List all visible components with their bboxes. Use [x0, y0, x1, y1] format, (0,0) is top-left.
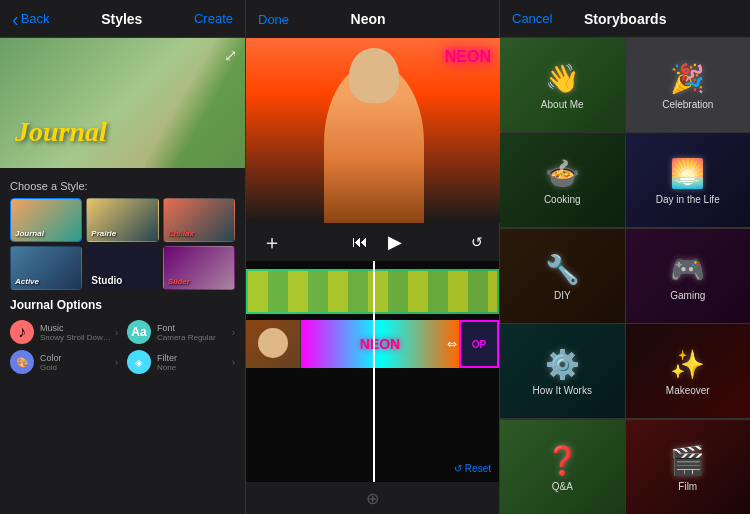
style-item-chillax[interactable]: Chillax [163, 198, 235, 242]
style-item-slider[interactable]: Slider [163, 246, 235, 290]
celebration-icon: 🎉 [670, 62, 705, 95]
options-title: Journal Options [10, 298, 235, 312]
font-chevron-icon: › [232, 327, 235, 338]
storyboard-item-celebration[interactable]: 🎉 Celebration [626, 38, 751, 132]
storyboard-item-diy[interactable]: 🔧 DIY [500, 229, 625, 323]
playhead [373, 261, 375, 482]
option-font-value: Camera Regular [157, 333, 230, 342]
clip-expand-handle[interactable]: ⇔ [447, 337, 457, 351]
middle-panel: Done Neon NEON ＋ ⏮ ▶ ↺ NEON [245, 0, 500, 514]
option-color-details: Color Gold [40, 353, 113, 372]
style-label-prairie: Prairie [91, 229, 116, 238]
option-row-2: 🎨 Color Gold › ◈ Filter None › [10, 350, 235, 374]
color-icon: 🎨 [10, 350, 34, 374]
video-preview: NEON [246, 38, 501, 223]
style-label-studio: Studio [91, 275, 122, 286]
option-filter[interactable]: ◈ Filter None › [127, 350, 235, 374]
right-panel: Cancel Storyboards 👋 About Me 🎉 Celebrat… [500, 0, 750, 514]
option-row-1: ♪ Music Snowy Stroll Down... › Aa Font C… [10, 320, 235, 344]
qa-icon: ❓ [545, 444, 580, 477]
option-font[interactable]: Aa Font Camera Regular › [127, 320, 235, 344]
film-icon: 🎬 [670, 444, 705, 477]
preview-expand-icon[interactable]: ⤢ [224, 46, 237, 65]
style-label-active: Active [15, 277, 39, 286]
storyboard-item-qa[interactable]: ❓ Q&A [500, 420, 625, 514]
storyboard-item-cooking[interactable]: 🍲 Cooking [500, 133, 625, 227]
left-panel: Back Styles Create Journal ⤢ Choose a St… [0, 0, 245, 514]
qa-label: Q&A [552, 481, 573, 492]
play-button[interactable]: ▶ [388, 231, 402, 253]
options-section: Journal Options ♪ Music Snowy Stroll Dow… [10, 298, 235, 374]
undo-button[interactable]: ↺ [471, 234, 483, 250]
add-clip-button[interactable]: ＋ [262, 229, 282, 256]
style-grid: Journal Prairie Chillax Active Studio Sl… [10, 198, 235, 290]
option-font-details: Font Camera Regular [157, 323, 230, 342]
neon-title: Neon [351, 11, 386, 27]
music-chevron-icon: › [115, 327, 118, 338]
done-button[interactable]: Done [258, 12, 289, 27]
op-text: OP [472, 339, 486, 350]
skip-back-button[interactable]: ⏮ [352, 233, 368, 251]
style-item-prairie[interactable]: Prairie [86, 198, 158, 242]
option-color-name: Color [40, 353, 113, 363]
storyboard-item-makeover[interactable]: ✨ Makeover [626, 324, 751, 418]
style-label-slider: Slider [168, 277, 190, 286]
left-body: Choose a Style: Journal Prairie Chillax … [0, 168, 245, 514]
person-head [349, 48, 399, 103]
how-it-works-label: How It Works [533, 385, 592, 396]
create-button[interactable]: Create [194, 11, 233, 26]
color-chevron-icon: › [115, 357, 118, 368]
how-it-works-icon: ⚙️ [545, 348, 580, 381]
storyboard-item-film[interactable]: 🎬 Film [626, 420, 751, 514]
storyboard-item-how-it-works[interactable]: ⚙️ How It Works [500, 324, 625, 418]
option-music-value: Snowy Stroll Down... [40, 333, 113, 342]
style-label-chillax: Chillax [168, 229, 194, 238]
preview-overlay [0, 38, 245, 168]
style-item-studio[interactable]: Studio [86, 246, 158, 290]
neon-sign: NEON [445, 48, 491, 66]
neon-title-clip[interactable]: NEON ⇔ [301, 320, 459, 368]
makeover-label: Makeover [666, 385, 710, 396]
neon-clip-text: NEON [360, 336, 400, 352]
back-button[interactable]: Back [12, 9, 50, 29]
makeover-icon: ✨ [670, 348, 705, 381]
gaming-label: Gaming [670, 290, 705, 301]
option-music-name: Music [40, 323, 113, 333]
filter-icon: ◈ [127, 350, 151, 374]
cancel-button[interactable]: Cancel [512, 11, 552, 26]
filter-chevron-icon: › [232, 357, 235, 368]
option-filter-details: Filter None [157, 353, 230, 372]
storyboard-item-gaming[interactable]: 🎮 Gaming [626, 229, 751, 323]
celebration-label: Celebration [662, 99, 713, 110]
timeline-area: NEON ⇔ OP ↺ Reset [246, 261, 499, 482]
styles-title: Styles [101, 11, 142, 27]
storyboards-title: Storyboards [584, 11, 666, 27]
op-clip[interactable]: OP [459, 320, 499, 368]
right-header: Cancel Storyboards [500, 0, 750, 38]
gaming-icon: 🎮 [670, 253, 705, 286]
day-in-life-label: Day in the Life [656, 194, 720, 205]
about-me-label: About Me [541, 99, 584, 110]
option-color-value: Gold [40, 363, 113, 372]
diy-label: DIY [554, 290, 571, 301]
storyboard-item-about-me[interactable]: 👋 About Me [500, 38, 625, 132]
option-color[interactable]: 🎨 Color Gold › [10, 350, 118, 374]
clip-face [258, 328, 288, 358]
reset-button[interactable]: ↺ Reset [454, 463, 491, 474]
day-in-life-icon: 🌅 [670, 157, 705, 190]
clip-thumbnail-1[interactable] [246, 320, 301, 368]
option-filter-value: None [157, 363, 230, 372]
option-music[interactable]: ♪ Music Snowy Stroll Down... › [10, 320, 118, 344]
storyboard-grid: 👋 About Me 🎉 Celebration 🍲 Cooking 🌅 Day… [500, 38, 750, 514]
expand-timeline-icon[interactable]: ⊕ [366, 489, 379, 508]
choose-style-label: Choose a Style: [10, 180, 235, 192]
style-item-journal[interactable]: Journal [10, 198, 82, 242]
cooking-icon: 🍲 [545, 157, 580, 190]
left-header: Back Styles Create [0, 0, 245, 38]
storyboard-item-day-in-life[interactable]: 🌅 Day in the Life [626, 133, 751, 227]
video-controls: ＋ ⏮ ▶ ↺ [246, 223, 499, 261]
diy-icon: 🔧 [545, 253, 580, 286]
option-music-details: Music Snowy Stroll Down... [40, 323, 113, 342]
style-item-active[interactable]: Active [10, 246, 82, 290]
option-filter-name: Filter [157, 353, 230, 363]
